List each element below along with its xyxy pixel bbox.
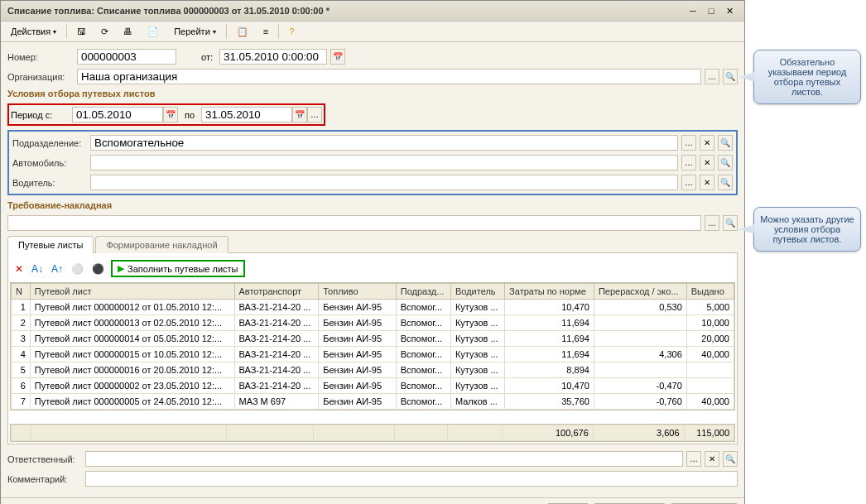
play-icon: ▶ [118, 263, 124, 274]
driver-input[interactable] [90, 175, 678, 190]
number-label: Номер: [7, 52, 74, 62]
maximize-button[interactable]: □ [703, 4, 719, 17]
col-n[interactable]: N [12, 284, 31, 300]
calendar-icon[interactable]: 📅 [163, 107, 178, 122]
table-row[interactable]: 4Путевой лист 000000015 от 10.05.2010 12… [12, 347, 734, 362]
fill-waybills-button[interactable]: ▶ Заполнить путевые листы [111, 260, 244, 277]
select-button[interactable]: … [681, 175, 696, 190]
col-auto[interactable]: Автотранспорт [234, 284, 319, 300]
main-toolbar: Действия▾ 🖫 ⟳ 🖶 📄 Перейти▾ 📋 ≡ ? [1, 22, 744, 42]
form-icon[interactable]: 📋 [232, 25, 253, 39]
table-row[interactable]: 1Путевой лист 000000012 от 01.05.2010 12… [12, 300, 734, 315]
callout-period: Обязательно указываем период отбора путе… [753, 50, 861, 104]
window-title: Списание топлива: Списание топлива 00000… [7, 6, 330, 16]
select-button[interactable]: … [681, 135, 696, 151]
period-label: Период с: [11, 110, 72, 120]
period-to-label: по [178, 110, 201, 120]
comment-label: Комментарий: [7, 474, 82, 484]
delete-icon[interactable]: ✕ [13, 262, 25, 276]
waybills-table: N Путевой лист Автотранспорт Топливо Под… [11, 283, 734, 410]
close-button[interactable]: ✕ [721, 4, 738, 17]
actions-menu[interactable]: Действия▾ [6, 25, 61, 38]
search-icon[interactable]: 🔍 [718, 155, 733, 170]
filter-icon[interactable]: ⚪ [70, 262, 85, 276]
tab-forming[interactable]: Формирование накладной [95, 236, 228, 253]
period-from-input[interactable] [72, 107, 163, 122]
org-input[interactable] [77, 69, 701, 84]
responsible-input[interactable] [85, 451, 683, 467]
totals-row: 100,676 3,606 115,000 [12, 425, 734, 441]
org-label: Организация: [7, 72, 74, 82]
col-fuel[interactable]: Топливо [319, 284, 397, 300]
period-to-input[interactable] [201, 107, 292, 122]
subdiv-label: Подразделение: [12, 138, 87, 148]
subdiv-input[interactable] [90, 135, 678, 151]
select-button[interactable]: … [686, 451, 701, 467]
table-row[interactable]: 7Путевой лист 000000005 от 24.05.2010 12… [12, 394, 734, 410]
search-icon[interactable]: 🔍 [723, 451, 738, 467]
table-row[interactable]: 2Путевой лист 000000013 от 02.05.2010 12… [12, 315, 734, 331]
minimize-button[interactable]: ─ [685, 4, 701, 17]
filter-group: Подразделение: … ✕ 🔍 Автомобиль: … ✕ 🔍 В… [7, 130, 738, 195]
from-label: от: [180, 52, 213, 62]
sort-asc-icon[interactable]: A↓ [30, 262, 45, 276]
col-issued[interactable]: Выдано [686, 284, 734, 300]
calendar-icon[interactable]: 📅 [292, 107, 307, 122]
search-icon[interactable]: 🔍 [718, 135, 733, 151]
requirement-input[interactable] [7, 215, 701, 231]
search-icon[interactable]: 🔍 [723, 69, 738, 84]
auto-input[interactable] [90, 155, 678, 170]
refresh-icon[interactable]: ⟳ [96, 25, 113, 39]
responsible-label: Ответственный: [7, 454, 82, 464]
clear-icon[interactable]: ✕ [705, 451, 719, 467]
table-row[interactable]: 3Путевой лист 000000014 от 05.05.2010 12… [12, 331, 734, 347]
search-icon[interactable]: 🔍 [723, 215, 738, 231]
total-over: 3,606 [593, 425, 684, 441]
print-icon[interactable]: 🖶 [118, 25, 137, 38]
table-row[interactable]: 6Путевой лист 000000002 от 23.05.2010 12… [12, 378, 734, 394]
select-button[interactable]: … [705, 215, 719, 231]
sort-desc-icon[interactable]: A↑ [50, 262, 65, 276]
total-issued: 115,000 [684, 425, 734, 441]
number-input[interactable] [77, 49, 176, 65]
col-driver[interactable]: Водитель [450, 284, 504, 300]
calendar-icon[interactable]: 📅 [330, 49, 345, 65]
goto-menu[interactable]: Перейти▾ [169, 25, 221, 38]
filter-clear-icon[interactable]: ⚫ [90, 262, 106, 276]
tab-waybills[interactable]: Путевые листы [7, 236, 94, 253]
total-norm: 100,676 [502, 425, 593, 441]
select-button[interactable]: … [681, 155, 696, 170]
clear-icon[interactable]: ✕ [700, 135, 714, 151]
table-row[interactable]: 5Путевой лист 000000016 от 20.05.2010 12… [12, 362, 734, 378]
save-icon[interactable]: 🖫 [72, 25, 91, 38]
clear-icon[interactable]: ✕ [700, 155, 714, 170]
list-icon[interactable]: ≡ [258, 25, 273, 38]
date-input[interactable] [219, 49, 327, 65]
post-icon[interactable]: 📄 [142, 25, 164, 39]
help-icon[interactable]: ? [284, 25, 299, 38]
col-subdiv[interactable]: Подразд... [396, 284, 450, 300]
col-sheet[interactable]: Путевой лист [30, 284, 234, 300]
driver-label: Водитель: [12, 178, 87, 188]
clear-icon[interactable]: ✕ [700, 175, 714, 190]
auto-label: Автомобиль: [12, 158, 87, 168]
col-norm[interactable]: Затраты по норме [505, 284, 594, 300]
col-over[interactable]: Перерасход / эко... [594, 284, 686, 300]
select-button[interactable]: … [705, 69, 719, 84]
callout-filters: Можно указать другие условия отбора путе… [753, 207, 861, 252]
titlebar: Списание топлива: Списание топлива 00000… [1, 1, 744, 22]
search-icon[interactable]: 🔍 [718, 175, 733, 190]
select-button[interactable]: … [307, 107, 322, 122]
filter-section-title: Условия отбора путевых листов [7, 89, 738, 98]
comment-input[interactable] [85, 471, 738, 487]
req-section-title: Требование-накладная [7, 200, 738, 210]
